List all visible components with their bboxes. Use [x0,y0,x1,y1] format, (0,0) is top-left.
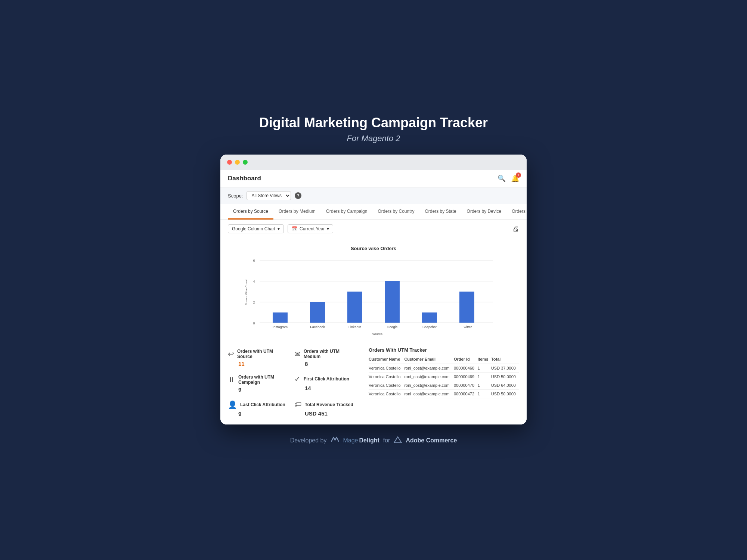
tab-orders-by-state[interactable]: Orders by State [420,204,462,220]
page-title: Digital Marketing Campaign Tracker [259,115,488,131]
stats-section: ↩ Orders with UTM Source 11 ✉ Orders wit… [220,341,527,424]
stat-utm-medium: ✉ Orders with UTM Medium 8 [294,349,353,367]
cell-total: USD 50.0000 [491,390,519,398]
tabs-container: Orders by Source Orders by Medium Orders… [220,204,527,220]
utm-source-icon: ↩ [228,349,234,358]
page-subtitle: For Magento 2 [259,134,488,143]
col-items: Items [478,356,491,364]
revenue-value: USD 451 [294,410,353,417]
tabs: Orders by Source Orders by Medium Orders… [228,204,519,220]
svg-text:Google: Google [387,325,397,329]
cell-order-id: 000000469 [454,373,478,381]
svg-text:0: 0 [253,321,255,325]
revenue-label: Total Revenue Tracked [305,402,353,407]
footer-developed-by: Developed by [290,437,327,444]
chart-type-button[interactable]: Google Column Chart ▾ [228,224,284,233]
svg-text:6: 6 [253,259,255,262]
maximize-button-dot[interactable] [243,160,248,165]
adobe-commerce-label: Adobe Commerce [406,437,457,444]
svg-text:Source Wise Count: Source Wise Count [245,279,248,305]
cell-order-id: 000000468 [454,364,478,373]
utm-source-value: 11 [228,361,287,367]
chart-type-dropdown-icon: ▾ [278,226,280,231]
last-click-value: 9 [228,411,287,417]
header-icons: 🔍 🔔 1 [498,174,519,183]
chart-controls: Google Column Chart ▾ 📅 Current Year ▾ 🖨 [220,220,527,238]
svg-text:4: 4 [253,280,255,283]
tab-orders-by-medium[interactable]: Orders by Medium [273,204,321,220]
table-title: Orders With UTM Tracker [369,347,519,353]
calendar-icon: 📅 [292,226,297,231]
bar-facebook [310,302,325,323]
date-range-button[interactable]: 📅 Current Year ▾ [288,224,333,233]
col-customer-email: Customer Email [404,356,454,364]
svg-text:2: 2 [253,301,255,304]
cell-total: USD 37.0000 [491,364,519,373]
tab-orders-by-campaign[interactable]: Orders by Campaign [321,204,373,220]
orders-table: Customer Name Customer Email Order Id It… [369,356,519,398]
cell-order-id: 000000472 [454,390,478,398]
svg-text:Twitter: Twitter [462,325,472,329]
col-order-id: Order Id [454,356,478,364]
cell-items: 1 [478,390,491,398]
first-click-label: First Click Attribution [304,376,349,382]
cell-name: Veronica Costello [369,373,404,381]
utm-campaign-label: Orders with UTM Campaign [238,374,287,385]
date-dropdown-icon: ▾ [327,226,329,231]
tab-orders-by-source[interactable]: Orders by Source [228,204,273,220]
table-row: Veronica Costello roni_cost@example.com … [369,381,519,390]
orders-table-section: Orders With UTM Tracker Customer Name Cu… [361,341,527,424]
cell-order-id: 000000470 [454,381,478,390]
stat-utm-source: ↩ Orders with UTM Source 11 [228,349,287,367]
bar-linkedin [347,292,362,323]
print-button[interactable]: 🖨 [512,225,519,233]
search-icon[interactable]: 🔍 [498,174,506,183]
magedelight-label: MageDelight [343,437,379,444]
tab-orders-by-device[interactable]: Orders by Device [462,204,507,220]
svg-text:Snapchat: Snapchat [422,325,437,329]
utm-campaign-value: 9 [228,386,287,393]
cell-name: Veronica Costello [369,381,404,390]
revenue-icon: 🏷 [294,400,302,409]
first-click-icon: ✓ [294,374,301,383]
cell-items: 1 [478,364,491,373]
scope-bar: Scope: All Store Views ? [220,187,527,204]
tab-orders-by-browser[interactable]: Orders by Browser [506,204,527,220]
table-row: Veronica Costello roni_cost@example.com … [369,373,519,381]
svg-text:LinkedIn: LinkedIn [348,325,361,329]
utm-medium-icon: ✉ [294,349,301,358]
notification-icon[interactable]: 🔔 1 [511,174,519,183]
help-icon[interactable]: ? [295,192,301,199]
browser-chrome [220,155,527,170]
cell-items: 1 [478,373,491,381]
date-range-label: Current Year [300,226,325,231]
minimize-button-dot[interactable] [235,160,240,165]
bar-snapchat [422,312,437,323]
dashboard-title: Dashboard [228,175,261,182]
magedelight-logo-icon [331,436,340,445]
utm-source-label: Orders with UTM Source [237,349,287,359]
cell-items: 1 [478,381,491,390]
svg-text:Source: Source [372,332,383,336]
bar-google [385,281,400,323]
stat-last-click: 👤 Last Click Attribution 9 [228,400,287,417]
cell-total: USD 50.0000 [491,373,519,381]
svg-text:Instagram: Instagram [273,325,288,329]
scope-label: Scope: [228,193,243,199]
cell-name: Veronica Costello [369,390,404,398]
stat-utm-campaign: ⏸ Orders with UTM Campaign 9 [228,374,287,393]
svg-marker-17 [394,437,402,443]
close-button-dot[interactable] [227,160,232,165]
last-click-icon: 👤 [228,400,237,409]
page-footer: Developed by MageDelight for Adobe Comme… [290,436,457,445]
table-row: Veronica Costello roni_cost@example.com … [369,364,519,373]
scope-select[interactable]: All Store Views [247,191,291,200]
bar-chart-svg: 6 4 2 0 Source Wise Count Instagram [232,255,515,337]
page-header: Digital Marketing Campaign Tracker For M… [259,115,488,143]
tab-orders-by-country[interactable]: Orders by Country [372,204,419,220]
bar-twitter [459,292,474,323]
chart-type-label: Google Column Chart [232,226,275,231]
notification-badge: 1 [516,172,521,178]
bar-instagram [273,312,288,323]
last-click-label: Last Click Attribution [240,402,285,407]
